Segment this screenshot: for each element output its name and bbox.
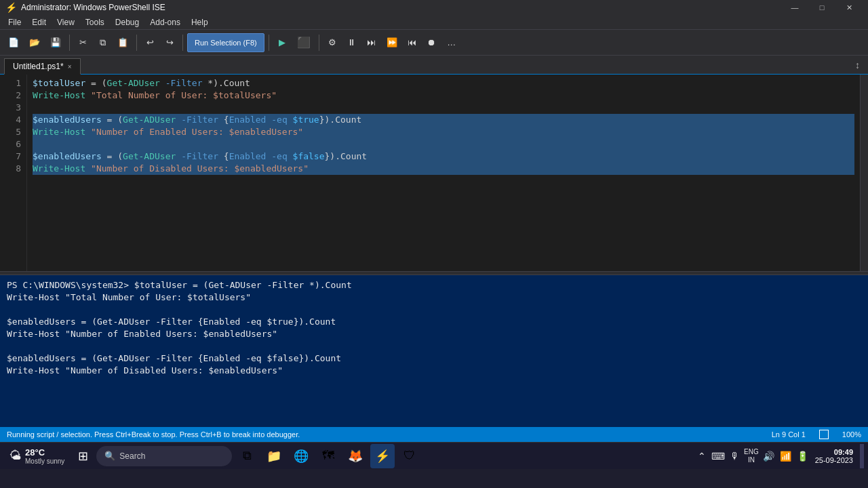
tab-untitled1[interactable]: Untitled1.ps1* ×: [4, 58, 81, 75]
debug-button6[interactable]: ⏺: [423, 33, 441, 52]
stop-button[interactable]: ⬛: [293, 33, 315, 52]
weather-desc: Mostly sunny: [25, 458, 64, 465]
menu-edit[interactable]: Edit: [26, 16, 52, 28]
console-line-6: [7, 340, 861, 352]
weather-icon: 🌤: [9, 449, 22, 463]
app-icon: ⚡: [5, 2, 17, 13]
keyboard-icon[interactable]: ⌨: [710, 449, 726, 463]
search-icon: 🔍: [104, 451, 115, 461]
editor-scrollbar[interactable]: [860, 75, 868, 271]
open-file-button[interactable]: 📂: [25, 33, 44, 52]
network-icon[interactable]: 📶: [778, 449, 793, 463]
weather-widget: 🌤 28°C Mostly sunny: [4, 445, 70, 468]
redo-button[interactable]: ↪: [161, 33, 178, 52]
tab-label: Untitled1.ps1*: [13, 62, 64, 71]
menu-addons[interactable]: Add-ons: [144, 16, 186, 28]
status-message: Running script / selection. Press Ctrl+B…: [7, 430, 772, 439]
cut-button[interactable]: ✂: [74, 33, 92, 52]
run-all-button[interactable]: ▶: [273, 33, 291, 52]
new-file-button[interactable]: 📄: [4, 33, 23, 52]
start-button[interactable]: ⊞: [73, 446, 94, 466]
menu-debug[interactable]: Debug: [110, 16, 144, 28]
powershell-button[interactable]: ⚡: [370, 444, 395, 468]
maps-button[interactable]: 🗺: [316, 444, 340, 468]
run-selection-button[interactable]: Run Selection (F8): [187, 33, 264, 52]
show-desktop-button[interactable]: [860, 444, 864, 468]
console-line-8: Write-Host "Number of Disabled Users: $e…: [7, 365, 861, 377]
language-indicator[interactable]: ENGIN: [744, 448, 759, 464]
debug-button3[interactable]: ⏭: [363, 33, 380, 52]
console-line-3: [7, 304, 861, 316]
copy-button[interactable]: ⧉: [94, 33, 111, 52]
maximize-button[interactable]: □: [808, 0, 835, 15]
code-line-6: [33, 138, 854, 150]
menu-file[interactable]: File: [3, 16, 26, 28]
security-button[interactable]: 🛡: [397, 444, 422, 468]
tray-chevron[interactable]: ⌃: [696, 449, 707, 463]
code-line-3: [33, 102, 854, 114]
tray-icons: ⌃ ⌨ 🎙 ENGIN 🔊 📶 🔋: [696, 448, 810, 464]
code-editor[interactable]: $totalUser = (Get-ADUser -Filter *).Coun…: [27, 75, 860, 271]
menu-help[interactable]: Help: [186, 16, 214, 28]
mic-icon[interactable]: 🎙: [729, 449, 741, 463]
tab-bar: Untitled1.ps1* × ↕: [0, 56, 868, 75]
console-line-4: $enabledUsers = (Get-ADUser -Filter {Ena…: [7, 316, 861, 328]
taskbar-tray: ⌃ ⌨ 🎙 ENGIN 🔊 📶 🔋 09:49 25-09-2023: [696, 444, 864, 468]
minimize-button[interactable]: —: [781, 0, 808, 15]
menu-bar: File Edit View Tools Debug Add-ons Help: [0, 15, 868, 30]
search-label: Search: [119, 451, 145, 461]
status-checkbox[interactable]: [819, 430, 829, 439]
code-line-5: Write-Host "Number of Enabled Users: $en…: [33, 126, 854, 138]
menu-view[interactable]: View: [52, 16, 80, 28]
zoom-level: 100%: [842, 430, 861, 439]
close-button[interactable]: ✕: [835, 0, 863, 15]
menu-tools[interactable]: Tools: [80, 16, 110, 28]
chrome-button[interactable]: 🌐: [289, 444, 313, 468]
console-line-5: Write-Host "Number of Enabled Users: $en…: [7, 328, 861, 340]
cursor-position: Ln 9 Col 1: [772, 430, 806, 439]
code-line-1: $totalUser = (Get-ADUser -Filter *).Coun…: [33, 77, 854, 89]
console-line-1: PS C:\WINDOWS\system32> $totalUser = (Ge…: [7, 279, 861, 291]
status-bar: Running script / selection. Press Ctrl+B…: [0, 427, 868, 442]
taskbar: 🌤 28°C Mostly sunny ⊞ 🔍 Search ⧉ 📁 🌐 🗺 🦊…: [0, 442, 868, 469]
debug-button7[interactable]: …: [443, 33, 460, 52]
file-explorer-button[interactable]: 📁: [262, 444, 286, 468]
start-icon: ⊞: [78, 449, 88, 464]
taskbar-search[interactable]: 🔍 Search: [96, 446, 232, 466]
code-line-7: $enabledUsers = (Get-ADUser -Filter {Ena…: [33, 150, 854, 163]
clock[interactable]: 09:49 25-09-2023: [815, 448, 853, 464]
tab-expand-button[interactable]: ↕: [851, 58, 864, 72]
weather-temp: 28°C: [25, 447, 64, 458]
debug-button1[interactable]: ⚙: [323, 33, 341, 52]
title-bar: ⚡ Administrator: Windows PowerShell ISE …: [0, 0, 868, 15]
console-line-7: $enabledUsers = (Get-ADUser -Filter {Ena…: [7, 352, 861, 365]
debug-button5[interactable]: ⏮: [403, 33, 421, 52]
editor-area: 1 2 3 4 5 6 7 8 $totalUser = (Get-ADUser…: [0, 75, 868, 271]
code-line-4: $enabledUsers = (Get-ADUser -Filter {Ena…: [33, 114, 854, 126]
clock-time: 09:49: [815, 448, 853, 456]
line-numbers: 1 2 3 4 5 6 7 8: [0, 75, 27, 271]
debug-button4[interactable]: ⏩: [382, 33, 401, 52]
battery-icon[interactable]: 🔋: [795, 449, 810, 463]
browser-button[interactable]: 🦊: [343, 444, 368, 468]
undo-button[interactable]: ↩: [141, 33, 159, 52]
console-output[interactable]: PS C:\WINDOWS\system32> $totalUser = (Ge…: [0, 275, 868, 427]
volume-icon[interactable]: 🔊: [762, 449, 776, 463]
tab-close-button[interactable]: ×: [68, 63, 72, 70]
task-view-button[interactable]: ⧉: [235, 444, 259, 468]
clock-date: 25-09-2023: [815, 456, 853, 464]
window-title: Administrator: Windows PowerShell ISE: [21, 3, 165, 12]
code-line-8: Write-Host "Number of Disabled Users: $e…: [33, 163, 854, 175]
paste-button[interactable]: 📋: [113, 33, 132, 52]
debug-button2[interactable]: ⏸: [343, 33, 361, 52]
toolbar: 📄 📂 💾 ✂ ⧉ 📋 ↩ ↪ Run Selection (F8) ▶ ⬛ ⚙…: [0, 30, 868, 56]
save-file-button[interactable]: 💾: [46, 33, 65, 52]
code-line-2: Write-Host "Total Number of User: $total…: [33, 89, 854, 102]
console-line-2: Write-Host "Total Number of User: $total…: [7, 291, 861, 304]
